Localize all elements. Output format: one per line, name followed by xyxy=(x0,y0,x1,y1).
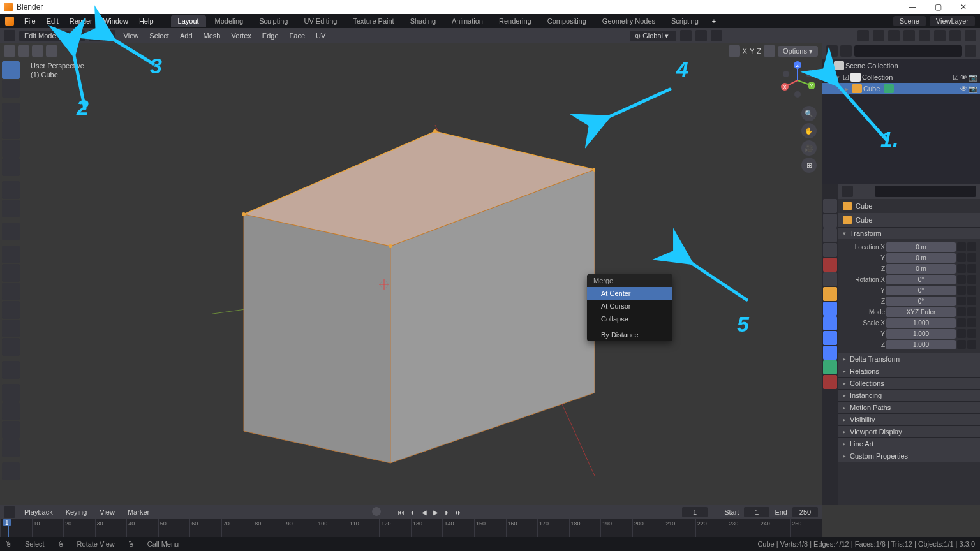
crumb-object[interactable]: Cube xyxy=(856,202,872,210)
menu-vertex[interactable]: Vertex xyxy=(227,31,256,41)
panel-collections[interactable]: ▸Collections xyxy=(838,377,980,389)
overlay-button[interactable] xyxy=(888,30,900,41)
tab-compositing[interactable]: Compositing xyxy=(540,15,593,27)
lock-icon[interactable] xyxy=(957,340,966,349)
tool-extrude[interactable] xyxy=(2,246,20,263)
tool-inset[interactable] xyxy=(2,264,20,282)
overlay-dropdown-icon[interactable] xyxy=(764,45,775,57)
merge-by-distance[interactable]: By Distance xyxy=(587,328,672,341)
jump-end-icon[interactable]: ⏭ xyxy=(454,507,464,517)
anim-icon[interactable] xyxy=(967,318,976,327)
outliner-type-icon[interactable] xyxy=(826,45,838,57)
timeline-view[interactable]: View xyxy=(96,507,119,517)
gizmo-button[interactable] xyxy=(873,30,884,41)
select-edge-button[interactable] xyxy=(89,30,100,41)
outliner-search[interactable] xyxy=(854,45,962,57)
autokey-icon[interactable] xyxy=(372,507,381,516)
play-reverse-icon[interactable]: ◀ xyxy=(419,507,429,517)
anim-icon[interactable] xyxy=(967,286,976,295)
merge-collapse[interactable]: Collapse xyxy=(587,312,672,325)
tool-loop-cut[interactable] xyxy=(2,301,20,319)
lock-icon[interactable] xyxy=(957,307,966,316)
tool-bevel[interactable] xyxy=(2,283,20,300)
tool-shrink[interactable] xyxy=(2,421,20,439)
prop-tab-object[interactable] xyxy=(823,287,837,301)
select-face-button[interactable] xyxy=(104,30,115,41)
prop-tab-world[interactable] xyxy=(823,258,837,272)
select-mode-vertex-icon[interactable] xyxy=(4,45,15,57)
3d-viewport[interactable]: X Y Z Options ▾ User Perspective (1) Cub… xyxy=(0,43,822,505)
panel-transform[interactable]: ▾Transform xyxy=(838,227,980,239)
anim-icon[interactable] xyxy=(967,275,976,284)
timeline-cursor[interactable] xyxy=(8,519,9,537)
tab-animation[interactable]: Animation xyxy=(445,15,490,27)
menu-file[interactable]: File xyxy=(20,16,40,26)
keyframe-next-icon[interactable]: ⏵ xyxy=(442,507,452,517)
tool-measure[interactable] xyxy=(2,200,20,217)
prop-value[interactable]: XYZ Euler xyxy=(886,307,956,317)
panel-custom-properties[interactable]: ▸Custom Properties xyxy=(838,450,980,462)
snap-button[interactable] xyxy=(695,30,707,41)
proportional-button[interactable] xyxy=(711,30,722,41)
tool-cursor[interactable] xyxy=(2,80,20,98)
prop-tab-scene[interactable] xyxy=(823,243,837,257)
prop-tab-collection[interactable] xyxy=(823,272,837,286)
lock-icon[interactable] xyxy=(957,297,966,305)
close-button[interactable]: ✕ xyxy=(951,3,976,11)
outliner-filter-icon[interactable] xyxy=(965,45,976,57)
prop-value[interactable]: 0° xyxy=(886,286,956,295)
tab-shading[interactable]: Shading xyxy=(403,15,443,27)
menu-add[interactable]: Add xyxy=(175,31,197,41)
menu-render[interactable]: Render xyxy=(65,16,97,26)
tool-rotate[interactable] xyxy=(2,121,20,139)
select-mode-edge-icon[interactable] xyxy=(18,45,29,57)
menu-edge[interactable]: Edge xyxy=(258,31,283,41)
mesh-edit-mode-icon[interactable] xyxy=(729,45,740,57)
prop-tab-particles[interactable] xyxy=(823,316,837,330)
tool-add-cube[interactable] xyxy=(2,223,20,240)
lock-icon[interactable] xyxy=(957,318,966,327)
viewlayer-selector[interactable]: ViewLayer xyxy=(930,16,975,26)
tab-texture-paint[interactable]: Texture Paint xyxy=(346,15,401,27)
axis-z-label[interactable]: Z xyxy=(757,47,761,55)
minimize-button[interactable]: — xyxy=(900,3,925,11)
menu-uv[interactable]: UV xyxy=(311,31,330,41)
shading-wire-button[interactable] xyxy=(919,30,930,41)
prop-tab-physics[interactable] xyxy=(823,331,837,345)
outliner-display-icon[interactable] xyxy=(840,45,852,57)
anim-icon[interactable] xyxy=(967,253,976,262)
axis-x-label[interactable]: X xyxy=(743,47,747,55)
select-mode-extend-icon[interactable] xyxy=(46,45,57,57)
shading-solid-button[interactable] xyxy=(934,30,946,41)
menu-help[interactable]: Help xyxy=(135,16,158,26)
outliner-collection[interactable]: ▾☑ Collection ☑👁📷 xyxy=(822,71,980,83)
mode-dropdown[interactable]: Edit Mode ▾ xyxy=(19,31,70,41)
properties-search[interactable] xyxy=(875,186,976,197)
tool-rip[interactable] xyxy=(2,462,20,480)
current-frame[interactable]: 1 xyxy=(682,507,708,517)
prop-tab-material[interactable] xyxy=(823,375,837,389)
tab-layout[interactable]: Layout xyxy=(171,15,206,27)
tool-knife[interactable] xyxy=(2,320,20,337)
timeline-type-icon[interactable] xyxy=(4,506,15,518)
tab-rendering[interactable]: Rendering xyxy=(492,15,538,27)
prop-value[interactable]: 0 m xyxy=(886,242,956,252)
panel-relations[interactable]: ▸Relations xyxy=(838,365,980,377)
anim-icon[interactable] xyxy=(967,297,976,305)
panel-viewport-display[interactable]: ▸Viewport Display xyxy=(838,425,980,437)
visibility-button[interactable] xyxy=(858,30,869,41)
prop-tab-render[interactable] xyxy=(823,199,837,213)
tool-edge-slide[interactable] xyxy=(2,402,20,420)
anim-icon[interactable] xyxy=(967,307,976,316)
pivot-button[interactable] xyxy=(680,30,692,41)
lock-icon[interactable] xyxy=(957,286,966,295)
shading-matprev-button[interactable] xyxy=(949,30,961,41)
lock-icon[interactable] xyxy=(957,329,966,338)
panel-line-art[interactable]: ▸Line Art xyxy=(838,437,980,450)
outliner-scene-collection[interactable]: ▾ Scene Collection xyxy=(822,60,980,71)
tool-transform[interactable] xyxy=(2,158,20,176)
perspective-icon[interactable]: ⊞ xyxy=(801,158,817,173)
options-dropdown[interactable]: Options ▾ xyxy=(778,46,818,57)
menu-view[interactable]: View xyxy=(119,31,144,41)
tool-scale[interactable] xyxy=(2,140,20,158)
